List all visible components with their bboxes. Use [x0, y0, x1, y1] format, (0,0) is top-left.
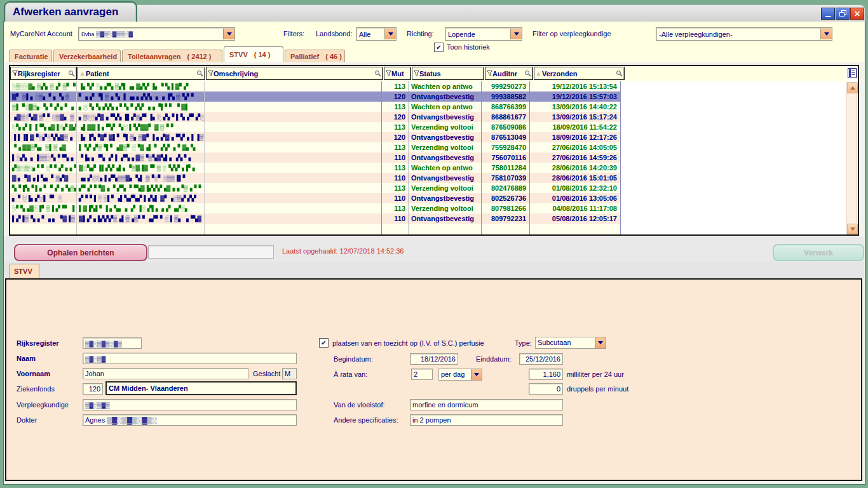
specificaties-field[interactable]: in 2 pompen: [410, 414, 563, 426]
table-row[interactable]: ▐ ▌▐▌▓▝░▞░▚▚▓▒▗ ▐▖▐▚▝▓▘▓▌▘▝▌▒▖▒▓▘▐ ▖▞▓▗▝…: [10, 132, 621, 142]
tab-label: Facturatie: [15, 53, 48, 60]
account-select[interactable]: Bvba ▒▓▒░▓▒▒░▓: [78, 27, 235, 41]
milliliter-field[interactable]: 1,160: [529, 369, 563, 380]
filter-icon: [414, 71, 419, 76]
ophalen-berichten-button[interactable]: Ophalen berichten: [14, 244, 147, 261]
chevron-down-icon[interactable]: [223, 29, 234, 39]
search-icon[interactable]: [524, 70, 531, 77]
tab-facturatie[interactable]: Facturatie: [9, 50, 52, 62]
cell-rijksregister: ▖ ▘░▐▖▞░▌▝▘ ░: [10, 193, 77, 203]
toon-historiek-checkbox[interactable]: ✔: [434, 43, 444, 52]
ziekenfonds-name-field[interactable]: CM Midden- Vlaanderen: [105, 381, 297, 395]
table-row[interactable]: ▞▒░▒░▖▘▘░▘▘▞▗▗▝▓ ▓░▚▞ ▐▌▞▞▗▌▖▝▒▓▐▓▝▘▒ ░▝…: [10, 163, 621, 173]
restore-button[interactable]: [836, 8, 850, 20]
column-header-status[interactable]: Status: [412, 67, 484, 80]
rijksregister-field[interactable]: ▒▓░▒▓▒░▓▒: [83, 337, 142, 349]
column-header-verzonden[interactable]: ▲ Verzonden: [534, 67, 625, 80]
search-icon[interactable]: [616, 70, 623, 77]
search-icon[interactable]: [68, 70, 75, 77]
table-row[interactable]: ░▚▗▘▌▐▝▚▗▓▐░▞ ▓▞ ▗▌▓▓▐▗▝▚▘ ▚░▐▝▞▓▓▘ ▓ ▒▝…: [10, 122, 621, 132]
cell-status: Wachten op antwo: [409, 163, 482, 173]
table-row[interactable]: ░▘▚▗▓░▐▘▒▐ ▞▝▘ ▐ ▌▓▐▚▌▘▐ ▖▚▖▗ ▗▘▐░ ▞▌▖ ▖…: [10, 203, 621, 214]
arata-field[interactable]: 2: [411, 369, 433, 380]
arata-unit-select[interactable]: per dag: [438, 369, 482, 381]
table-row[interactable]: ▌▞▐▒▝▖▖▘▗ ▖ ▝▓▐▒▓▌▞▗▐▞▞▞▒▗▌▒▗▒▘▘▗▞▘▘░ ▌▒…: [10, 214, 621, 224]
table-row[interactable]: ▓▘ ▒▌▖░▒▖ ▘▖ ▚ ▒▘▗▗▘▝▌▒▗▝▖ ▌▗▖▖▞▞▖ ▖▗ ▐▚…: [10, 92, 621, 102]
scroll-down-arrow[interactable]: [847, 224, 858, 234]
scroll-up-arrow[interactable]: [847, 83, 858, 93]
cell-mut: 113: [382, 122, 409, 132]
button-label: Ophalen berichten: [47, 248, 114, 257]
druppels-label: druppels per minuut: [567, 385, 628, 393]
landsbond-select[interactable]: Alle: [356, 27, 397, 41]
field-value: 120: [89, 385, 100, 393]
perfusie-checkbox[interactable]: ✔: [319, 338, 329, 348]
cell-mut: [382, 224, 409, 234]
cell-status: Ontvangstbevestig: [409, 132, 482, 142]
cell-verzonden: 18/09/2016 12:17:26: [530, 132, 621, 142]
naam-label: Naam: [17, 355, 36, 362]
title-bar: Afwerken aanvragen ✕: [3, 0, 865, 22]
chevron-down-icon[interactable]: [384, 29, 396, 39]
tab-toiletaanvragen[interactable]: Toiletaanvragen ( 2412 ): [122, 50, 222, 62]
table-row[interactable]: ░▒░░▓▖▒▞▖▒▗▘▒▘▝ ▐▖▚▘░▖▞▚ ▒▞▌▗▖▓▞▞ ▐▖▝ ▚▐…: [10, 81, 621, 92]
table-row[interactable]: ▒▌▝░▓▒▖▝▖▘▞ ▖▘▗▖░▝▖▚▗▚▚▗ ▘▚▝▗▚▘▗▗ ▝▌▘▘ ▝…: [10, 102, 621, 112]
column-header-omschrijving[interactable]: Omschrijving: [206, 67, 383, 80]
cell-omschrijving: [205, 234, 382, 236]
verpleegkundige-select[interactable]: -Alle verpleegkundigen-: [656, 27, 832, 41]
cell-verzonden: 05/08/2016 12:05:17: [530, 214, 621, 224]
chevron-down-icon[interactable]: [820, 29, 832, 39]
table-row[interactable]: ▓ ▖▝▓▗ ▌▚▖ ▘▒▞▓▗▖▞░░▖▌▞▚▒▒▓▖ ▚▌ ▒▝░▘░▒▒▐…: [10, 173, 621, 183]
field-value: Agnes ▒▓░▒▓▒░▓▒░: [85, 416, 157, 424]
verwerk-button[interactable]: Verwerk: [773, 244, 864, 261]
ziekenfonds-code-field[interactable]: 120: [83, 383, 103, 395]
naam-field[interactable]: ▒▓░▒▓: [83, 353, 297, 364]
table-row[interactable]: ▝▗ ▓▓▒▚▖ ▒▌▒▗▓ ▌ ▚▘▞▒▝▌▘▗▓▒▘░▝▓▗▌ ▘▗▚▘ ▖…: [10, 142, 621, 152]
table-row[interactable]: ▚▝▐▚▝ ▌▖▘▝▗▘▖▚▒▖▞▘▞▝▝▓▗ ▝ ▞▚ ▝▝▚▓▐▞▞▞▗▓▗…: [10, 183, 621, 193]
tab-count: ( 46 ): [325, 53, 342, 60]
chevron-down-icon[interactable]: [595, 337, 606, 348]
search-icon[interactable]: [196, 70, 203, 77]
cell-verzonden: 27/06/2016 14:05:05: [530, 142, 621, 152]
filter-icon: [386, 71, 391, 76]
milliliter-label: milliliter per 24 uur: [567, 370, 624, 378]
column-header-auditnr[interactable]: Auditnr: [485, 67, 533, 80]
cell-omschrijving: [205, 193, 382, 203]
dokter-field[interactable]: Agnes ▒▓░▒▓▒░▓▒░: [83, 414, 297, 426]
search-icon[interactable]: [374, 70, 381, 77]
begindatum-field[interactable]: 18/12/2016: [410, 353, 458, 365]
vertical-scrollbar[interactable]: [846, 82, 857, 235]
toon-historiek-label: Toon historiek: [447, 43, 490, 51]
close-button[interactable]: ✕: [850, 8, 864, 20]
cell-mut: 113: [382, 102, 409, 112]
tab-palliatief[interactable]: Palliatief ( 46 ): [285, 50, 345, 62]
einddatum-field[interactable]: 25/12/2016: [519, 353, 563, 365]
chevron-down-icon[interactable]: [471, 369, 482, 380]
cell-auditnr: 999290273: [482, 81, 530, 92]
cell-rijksregister: ░▒░░▓▖▒▞▖▒▗▘▒▘▝: [10, 81, 77, 92]
table-row[interactable]: ▗▓▒░▚▓ ▒▘▘░▒▓▖ ▒▖▒░░▞▓▗▝▚▚ ▐▌▞▒▞▘▐▖░▗▚▝▐…: [10, 112, 621, 122]
vloeistof-field[interactable]: morfine en dormicum: [410, 399, 563, 410]
cell-omschrijving: [205, 163, 382, 173]
column-header-mut[interactable]: Mut: [384, 67, 411, 80]
tab-verzekerbaarheid[interactable]: Verzekerbaarheid: [53, 50, 121, 62]
column-chooser-icon[interactable]: [847, 67, 857, 79]
column-header-rijksregister[interactable]: Rijksregister: [10, 67, 77, 80]
cell-patient: ▌ ▚▘▞▒▝▌▘▗▓▒▘░▝▓▗▌ ▘▗▚▘ ▖▘▓▖▚: [77, 142, 205, 152]
geslacht-field[interactable]: M: [282, 368, 297, 379]
minimize-button[interactable]: [821, 8, 835, 20]
cell-auditnr: 807981266: [482, 203, 530, 214]
column-header-patient[interactable]: ▲ Patient: [78, 67, 205, 80]
voornaam-field[interactable]: Johan: [83, 368, 248, 379]
table-row[interactable]: ▖ ▘░▐▖▞░▌▝▘ ░ ▞▝▝▐ ░ ░▌▘▗▌▚▞▚▞▐▗▚▌ ▓▘▗░▒…: [10, 193, 621, 203]
type-select[interactable]: Subcutaan: [535, 337, 606, 349]
druppels-field[interactable]: 0: [529, 383, 563, 395]
cell-rijksregister: ▚▝▐▚▝ ▌▖▘▝▗▘▖▚▒▖: [10, 183, 77, 193]
tab-stvv-detail[interactable]: STVV: [9, 264, 39, 278]
tab-stvv[interactable]: STVV ( 14 ): [224, 46, 283, 62]
table-row[interactable]: ▌░▞▖ ▖▐▒▒░▚▝▝▚▗▝▐▖▖▝▚ ▗▘▌ ▞▚▗ ▓▒▝▒▚▓▚▌▖▗…: [10, 152, 621, 163]
verpleegkundige-field[interactable]: ▒▓░▒▓▒: [83, 399, 297, 410]
chevron-down-icon[interactable]: [510, 29, 522, 39]
richting-select[interactable]: Lopende: [445, 27, 522, 41]
sort-asc-icon: ▲: [536, 71, 541, 77]
